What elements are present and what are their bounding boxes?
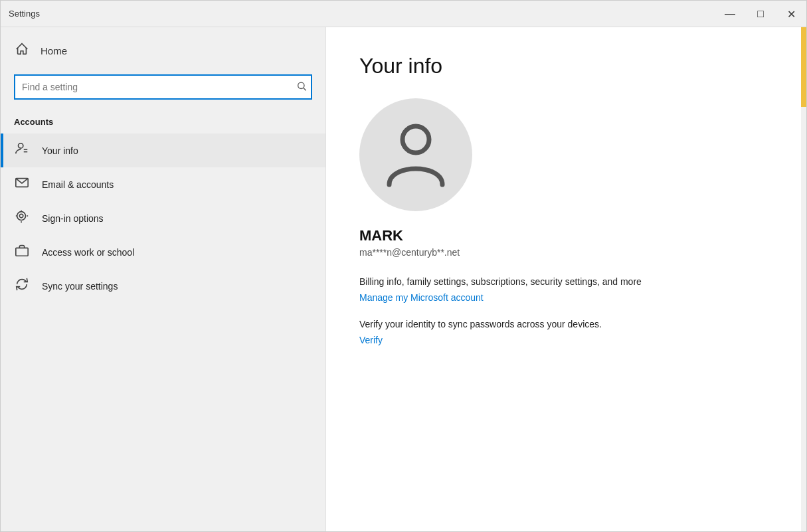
sync-settings-label: Sync your settings bbox=[42, 281, 118, 292]
sign-in-icon bbox=[14, 209, 30, 227]
user-email: ma****n@centuryb**.net bbox=[359, 247, 768, 258]
sidebar-section-accounts: Accounts bbox=[1, 113, 325, 133]
scrollbar-thumb[interactable] bbox=[801, 27, 806, 107]
sidebar-item-your-info[interactable]: Your info bbox=[1, 133, 325, 167]
sign-in-options-label: Sign-in options bbox=[42, 213, 104, 224]
search-box-wrapper bbox=[14, 74, 312, 100]
email-accounts-label: Email & accounts bbox=[42, 179, 114, 190]
verify-link[interactable]: Verify bbox=[359, 335, 768, 345]
svg-point-7 bbox=[19, 214, 23, 218]
sidebar-item-sync-settings[interactable]: Sync your settings bbox=[1, 269, 325, 303]
svg-line-1 bbox=[304, 88, 306, 91]
close-button[interactable]: ✕ bbox=[776, 1, 806, 27]
your-info-label: Your info bbox=[42, 145, 78, 156]
sidebar-item-home[interactable]: Home bbox=[1, 34, 325, 68]
search-button[interactable] bbox=[296, 81, 307, 94]
svg-point-2 bbox=[19, 143, 23, 148]
verify-text: Verify your identity to sync passwords a… bbox=[359, 319, 768, 329]
your-info-icon bbox=[14, 141, 30, 159]
sidebar-item-access-work-school[interactable]: Access work or school bbox=[1, 235, 325, 269]
content-area: Home Accounts bbox=[1, 27, 806, 531]
user-name: MARK bbox=[359, 227, 768, 244]
manage-account-link[interactable]: Manage my Microsoft account bbox=[359, 292, 768, 303]
sync-icon bbox=[14, 277, 30, 295]
email-icon bbox=[14, 175, 30, 193]
window-title: Settings bbox=[9, 9, 40, 19]
maximize-button[interactable]: □ bbox=[745, 1, 776, 27]
sidebar-item-email-accounts[interactable]: Email & accounts bbox=[1, 167, 325, 201]
title-bar: Settings — □ ✕ bbox=[1, 1, 806, 27]
access-work-school-label: Access work or school bbox=[42, 247, 134, 258]
home-label: Home bbox=[41, 45, 67, 56]
search-icon bbox=[296, 81, 307, 92]
avatar bbox=[359, 98, 472, 211]
window-controls: — □ ✕ bbox=[715, 1, 806, 27]
sidebar-item-sign-in-options[interactable]: Sign-in options bbox=[1, 201, 325, 235]
main-content: Your info MARK ma****n@centuryb**.net Bi… bbox=[326, 27, 801, 531]
scrollbar-area bbox=[801, 27, 806, 531]
minimize-button[interactable]: — bbox=[715, 1, 745, 27]
page-title: Your info bbox=[359, 54, 768, 78]
svg-point-14 bbox=[403, 126, 429, 153]
svg-rect-12 bbox=[16, 248, 28, 256]
svg-point-0 bbox=[298, 82, 304, 88]
svg-point-6 bbox=[17, 212, 26, 221]
sidebar: Home Accounts bbox=[1, 27, 326, 531]
billing-info-text: Billing info, family settings, subscript… bbox=[359, 276, 768, 287]
search-input[interactable] bbox=[14, 74, 312, 100]
settings-window: Settings — □ ✕ Home bbox=[0, 0, 807, 532]
briefcase-icon bbox=[14, 243, 30, 261]
home-icon bbox=[14, 42, 30, 60]
avatar-icon bbox=[383, 118, 449, 191]
